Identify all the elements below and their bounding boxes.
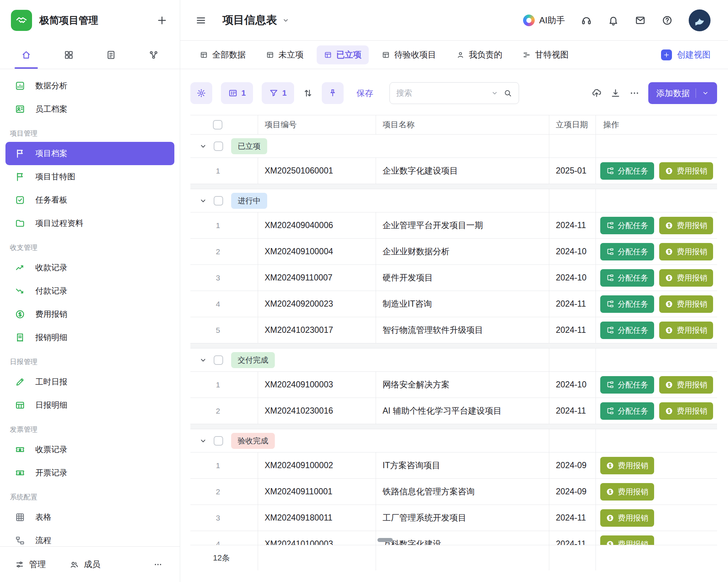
export-icon[interactable]	[610, 88, 621, 98]
sidebar-item[interactable]: 项目过程资料	[5, 212, 174, 235]
collapse-group-icon[interactable]	[199, 437, 207, 445]
sidebar-item[interactable]: 报销明细	[5, 326, 174, 349]
project-name[interactable]: 铁路信息化管理方案咨询	[376, 479, 549, 505]
project-date[interactable]: 2024-10	[549, 265, 596, 291]
view-tab[interactable]: 未立项	[259, 45, 311, 64]
project-code[interactable]: XM202410230016	[258, 398, 376, 424]
view-tab[interactable]: 待验收项目	[375, 45, 443, 64]
table-row[interactable]: 2XM202409110001铁路信息化管理方案咨询2024-09费用报销	[190, 479, 717, 505]
assign-task-button[interactable]: 分配任务	[600, 376, 654, 394]
project-code[interactable]: XM202409110007	[258, 265, 376, 291]
assign-task-button[interactable]: 分配任务	[600, 162, 654, 180]
filter-button[interactable]: 1	[262, 82, 294, 104]
project-name[interactable]: 万科数字化建设	[376, 531, 549, 545]
sidebar-item[interactable]: 日报明细	[5, 394, 174, 417]
assign-task-button[interactable]: 分配任务	[600, 295, 654, 313]
table-row[interactable]: 1XM202501060001企业数字化建设项目2025-01分配任务费用报销	[190, 158, 717, 184]
expense-report-button[interactable]: 费用报销	[600, 535, 654, 545]
collapse-group-icon[interactable]	[199, 142, 207, 150]
view-tab[interactable]: 甘特视图	[515, 45, 576, 64]
table-row[interactable]: 2XM202409100004企业业财数据分析2024-10分配任务费用报销	[190, 239, 717, 265]
sidebar-item[interactable]: 收票记录	[5, 438, 174, 461]
members-button[interactable]: 成员	[70, 559, 100, 570]
project-code[interactable]: XM202409110001	[258, 479, 376, 505]
project-name[interactable]: 企业业财数据分析	[376, 239, 549, 264]
search-box[interactable]	[389, 82, 519, 104]
project-name[interactable]: 工厂管理系统开发项目	[376, 505, 549, 531]
view-tab[interactable]: 全部数据	[193, 45, 253, 64]
add-app-button[interactable]	[157, 15, 167, 26]
project-date[interactable]: 2024-11	[549, 505, 596, 531]
table-row[interactable]: 3XM202409180011工厂管理系统开发项目2024-11费用报销	[190, 505, 717, 531]
project-name[interactable]: 网络安全解决方案	[376, 372, 549, 398]
group-checkbox[interactable]	[214, 355, 223, 365]
sidebar-item[interactable]: 任务看板	[5, 188, 174, 212]
table-row[interactable]: 1XM202409100002IT方案咨询项目2024-09费用报销	[190, 453, 717, 479]
expense-report-button[interactable]: 费用报销	[600, 509, 654, 527]
group-checkbox[interactable]	[214, 141, 223, 151]
group-checkbox[interactable]	[214, 436, 223, 446]
collapse-group-icon[interactable]	[199, 197, 207, 205]
column-header-code[interactable]: 项目编号	[258, 115, 376, 134]
project-code[interactable]: XM202409100003	[258, 372, 376, 398]
help-icon[interactable]	[662, 15, 673, 26]
horizontal-scrollbar-thumb[interactable]	[377, 538, 393, 542]
search-input[interactable]	[396, 88, 486, 98]
expense-report-button[interactable]: 费用报销	[659, 162, 713, 180]
sidebar-item[interactable]: 工时日报	[5, 370, 174, 394]
expense-report-button[interactable]: 费用报销	[659, 402, 713, 420]
settings-button[interactable]	[190, 82, 212, 104]
search-scope-dropdown-icon[interactable]	[491, 89, 498, 97]
project-name[interactable]: 制造业IT咨询	[376, 291, 549, 317]
add-data-dropdown-icon[interactable]	[702, 89, 709, 97]
assign-task-button[interactable]: 分配任务	[600, 402, 654, 420]
project-name[interactable]: 智行物流管理软件升级项目	[376, 317, 549, 343]
project-date[interactable]: 2024-09	[549, 479, 596, 505]
select-all-checkbox[interactable]	[213, 120, 222, 129]
avatar[interactable]	[689, 9, 711, 31]
table-row[interactable]: 4XM202409200023制造业IT咨询2024-11分配任务费用报销	[190, 291, 717, 317]
assign-task-button[interactable]: 分配任务	[600, 217, 654, 234]
expense-report-button[interactable]: 费用报销	[659, 269, 713, 287]
project-date[interactable]: 2024-11	[549, 291, 596, 317]
project-date[interactable]: 2024-10	[549, 372, 596, 398]
expense-report-button[interactable]: 费用报销	[659, 376, 713, 394]
project-code[interactable]: XM202501060001	[258, 158, 376, 184]
sidebar-item[interactable]: 费用报销	[5, 303, 174, 326]
expense-report-button[interactable]: 费用报销	[659, 217, 713, 234]
save-button[interactable]: 保存	[357, 88, 373, 99]
table-row[interactable]: 5XM202410230017智行物流管理软件升级项目2024-11分配任务费用…	[190, 317, 717, 343]
sidebar-item[interactable]: 付款记录	[5, 279, 174, 303]
column-header-name[interactable]: 项目名称	[376, 115, 549, 134]
table-row[interactable]: 3XM202409110007硬件开发项目2024-10分配任务费用报销	[190, 265, 717, 291]
project-name[interactable]: AI 辅助个性化学习平台建设项目	[376, 398, 549, 424]
table-row[interactable]: 1XM202409100003网络安全解决方案2024-10分配任务费用报销	[190, 372, 717, 398]
collapse-group-icon[interactable]	[199, 356, 207, 364]
project-date[interactable]: 2024-09	[549, 453, 596, 478]
fields-config-button[interactable]: 1	[221, 82, 253, 104]
table-row[interactable]: 4XM202410100003万科数字化建设2024-11费用报销	[190, 531, 717, 545]
sidebar-item[interactable]: 开票记录	[5, 461, 174, 485]
project-name[interactable]: 硬件开发项目	[376, 265, 549, 291]
hamburger-menu-icon[interactable]	[195, 15, 206, 26]
project-date[interactable]: 2024-11	[549, 398, 596, 424]
project-name[interactable]: 企业管理平台开发项目一期	[376, 212, 549, 238]
assign-task-button[interactable]: 分配任务	[600, 269, 654, 287]
more-actions-icon[interactable]	[629, 88, 640, 98]
project-code[interactable]: XM202409100002	[258, 453, 376, 478]
view-tab[interactable]: 我负责的	[449, 45, 510, 64]
project-code[interactable]: XM202409100004	[258, 239, 376, 264]
project-date[interactable]: 2024-11	[549, 531, 596, 545]
project-code[interactable]: XM202410230017	[258, 317, 376, 343]
sidebar-item[interactable]: 表格	[5, 506, 174, 529]
add-data-button[interactable]: 添加数据	[648, 82, 717, 104]
sidebar-item[interactable]: 收款记录	[5, 256, 174, 279]
expense-report-button[interactable]: 费用报销	[600, 457, 654, 474]
support-icon[interactable]	[581, 15, 592, 26]
manage-button[interactable]: 管理	[15, 559, 46, 570]
column-header-actions[interactable]: 操作	[596, 115, 717, 134]
sidebar-tab-docs[interactable]	[90, 41, 132, 69]
table-row[interactable]: 1XM202409040006企业管理平台开发项目一期2024-11分配任务费用…	[190, 212, 717, 239]
group-checkbox[interactable]	[214, 196, 223, 206]
notifications-icon[interactable]	[608, 15, 619, 26]
